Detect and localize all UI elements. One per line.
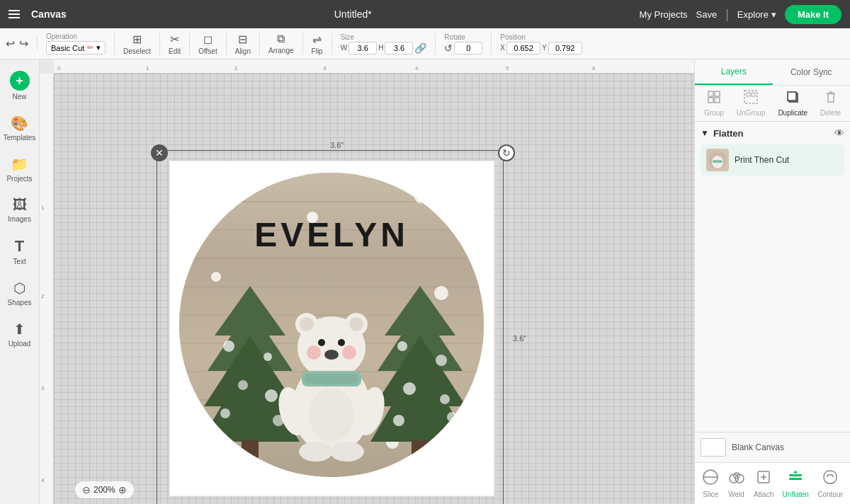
ungroup-btn[interactable]: UnGroup — [737, 90, 766, 117]
blank-canvas-label: Blank Canvas — [732, 442, 784, 452]
left-sidebar: + New 🎨 Templates 📁 Projects 🖼 Images T … — [0, 59, 40, 504]
svg-rect-55 — [713, 160, 722, 163]
rotate-input[interactable] — [454, 42, 482, 55]
rotate-group: Rotate ↺ — [444, 33, 492, 55]
position-y-input[interactable] — [548, 42, 582, 55]
svg-rect-40 — [708, 91, 713, 96]
panel-actions: Slice Weld Attach Unflaten — [695, 462, 850, 504]
tab-color-sync[interactable]: Color Sync — [773, 59, 851, 85]
zoom-out-btn[interactable]: ⊖ — [82, 484, 91, 496]
svg-rect-64 — [789, 474, 802, 476]
operation-group: Operation Basic Cut ✏ ▾ — [46, 33, 115, 55]
sidebar-item-projects[interactable]: 📁 Projects — [2, 150, 38, 188]
svg-rect-49 — [828, 93, 834, 102]
size-label: Size — [341, 33, 427, 41]
layers-section: ▼ Flatten 👁 Print Then Cut — [695, 122, 850, 432]
layer-item[interactable]: Print Then Cut — [701, 144, 844, 176]
contour-btn[interactable]: Contour — [817, 469, 843, 498]
sidebar-item-templates[interactable]: 🎨 Templates — [2, 109, 38, 147]
app-name: Canvas — [31, 8, 67, 20]
save-btn[interactable]: Save — [696, 9, 718, 20]
delete-btn[interactable]: Delete — [820, 90, 841, 117]
my-projects-btn[interactable]: My Projects — [640, 9, 688, 20]
operation-select[interactable]: Basic Cut ✏ ▾ — [46, 41, 106, 55]
offset-btn[interactable]: ◻ Offset — [198, 33, 217, 55]
redo-btn[interactable]: ↪ — [19, 37, 28, 50]
arrange-btn[interactable]: ⧉ Arrange — [268, 33, 294, 55]
panel-tabs: Layers Color Sync — [695, 59, 850, 86]
flip-group: ⇌ Flip — [312, 33, 332, 55]
operation-pencil-icon: ✏ — [87, 43, 94, 52]
chevron-down-icon: ▾ — [771, 9, 776, 20]
edit-btn[interactable]: ✂ Edit — [169, 33, 181, 55]
zoom-bar: ⊖ 200% ⊕ — [75, 481, 134, 498]
arrange-group: ⧉ Arrange — [268, 33, 303, 55]
sidebar-item-upload[interactable]: ⬆ Upload — [2, 315, 38, 353]
dimension-label-vertical: 3.6" — [513, 334, 526, 343]
svg-rect-65 — [789, 478, 802, 480]
attach-btn[interactable]: Attach — [754, 469, 774, 498]
selection-box — [157, 150, 504, 504]
slice-btn[interactable]: Slice — [702, 469, 719, 498]
explore-btn[interactable]: Explore ▾ — [737, 9, 776, 20]
size-w-input[interactable] — [348, 42, 377, 55]
make-it-btn[interactable]: Make It — [785, 5, 842, 24]
vertical-ruler: 1 2 3 4 — [40, 74, 54, 504]
svg-marker-67 — [793, 471, 798, 473]
close-btn[interactable]: ✕ — [151, 144, 168, 161]
layer-eye-icon[interactable]: 👁 — [834, 127, 844, 139]
operation-label: Operation — [46, 33, 106, 40]
weld-btn[interactable]: Weld — [728, 469, 745, 498]
tab-layers[interactable]: Layers — [695, 59, 773, 85]
toolbar: ↩ ↪ Operation Basic Cut ✏ ▾ ⊞ Deselect ✂… — [0, 28, 850, 59]
svg-rect-48 — [788, 92, 796, 101]
dimension-label-horizontal: 3.6" — [330, 141, 344, 149]
position-group: Position X Y — [500, 33, 590, 55]
undo-btn[interactable]: ↩ — [6, 37, 15, 50]
position-label: Position — [500, 33, 582, 41]
operation-chevron-icon: ▾ — [96, 43, 101, 52]
svg-rect-41 — [715, 91, 720, 96]
document-title: Untitled* — [334, 8, 372, 20]
group-btn[interactable]: Group — [704, 90, 724, 117]
flip-btn[interactable]: ⇌ Flip — [312, 33, 323, 55]
right-panel: Layers Color Sync Group UnGroup D — [694, 59, 850, 504]
canvas-area[interactable]: 0 1 2 3 4 5 6 1 2 3 4 3.6" 3.6" — [40, 59, 694, 504]
rotate-icon: ↻ — [502, 147, 511, 159]
svg-rect-43 — [715, 98, 720, 103]
panel-toolbar: Group UnGroup Duplicate Delete — [695, 86, 850, 122]
rotate-label: Rotate — [444, 33, 482, 41]
close-icon: ✕ — [155, 147, 164, 159]
size-h-input[interactable] — [385, 42, 413, 55]
blank-canvas-thumbnail — [701, 438, 726, 457]
zoom-level-display: 200% — [94, 485, 115, 495]
duplicate-btn[interactable]: Duplicate — [778, 90, 808, 117]
sidebar-item-shapes[interactable]: ⬡ Shapes — [2, 274, 38, 312]
hamburger-btn[interactable] — [8, 10, 20, 18]
sidebar-item-new[interactable]: + New — [2, 65, 38, 106]
sidebar-item-images[interactable]: 🖼 Images — [2, 191, 38, 229]
zoom-in-btn[interactable]: ⊕ — [118, 484, 127, 496]
deselect-group: ⊞ Deselect — [123, 33, 160, 55]
edit-group: ✂ Edit — [169, 33, 190, 55]
canvas-viewport[interactable]: 3.6" 3.6" ✕ ↻ 🔒 ⤡ — [54, 74, 694, 504]
position-x-input[interactable] — [506, 42, 540, 55]
offset-group: ◻ Offset — [198, 33, 227, 55]
layer-name: Print Then Cut — [735, 155, 789, 165]
rotate-handle[interactable]: ↻ — [498, 144, 515, 161]
divider: | — [725, 7, 729, 22]
sidebar-item-text[interactable]: T Text — [2, 231, 38, 271]
blank-canvas-section: Blank Canvas — [695, 432, 850, 462]
deselect-btn[interactable]: ⊞ Deselect — [123, 33, 151, 55]
svg-rect-42 — [708, 98, 713, 103]
layer-thumbnail — [706, 149, 729, 171]
size-group: Size W H 🔗 — [341, 33, 436, 55]
svg-rect-46 — [752, 93, 755, 96]
main-layout: + New 🎨 Templates 📁 Projects 🖼 Images T … — [0, 59, 850, 504]
align-btn[interactable]: ⊟ Align — [235, 33, 251, 55]
svg-rect-45 — [747, 93, 750, 96]
unflaten-btn[interactable]: Unflaten — [783, 469, 809, 498]
right-actions: My Projects Save | Explore ▾ Make It — [640, 5, 842, 24]
layer-group-chevron[interactable]: ▼ — [701, 128, 709, 138]
horizontal-ruler: 0 1 2 3 4 5 6 — [54, 59, 694, 74]
